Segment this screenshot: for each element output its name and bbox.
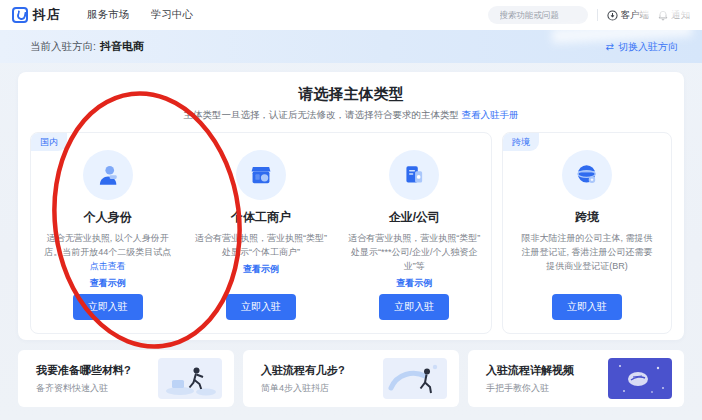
entity-card-enterprise: 企业/公司 适合有营业执照，营业执照“类型”处显示“***公司/企业/个人独资企…: [338, 133, 491, 333]
entry-manual-link[interactable]: 查看入驻手册: [462, 109, 519, 120]
subtitle-text: 主体类型一旦选择，认证后无法修改，请选择符合要求的主体类型: [183, 109, 459, 120]
enter-now-button-individual[interactable]: 立即入驻: [226, 294, 296, 320]
video-illustration: [608, 358, 672, 399]
switch-direction-link[interactable]: ⇄ 切换入驻方向: [606, 40, 678, 54]
enter-now-button-personal[interactable]: 立即入驻: [73, 294, 143, 320]
entity-desc: 限非大陆注册的公司主体, 需提供注册登记证, 香港注册公司还需要提供商业登记证(…: [512, 232, 662, 274]
individual-business-icon-circle: [236, 150, 286, 200]
help-card-text: 入驻流程详解视频 手把手教你入驻: [486, 363, 574, 395]
personal-icon-circle: [83, 150, 133, 200]
entity-type-panel: 请选择主体类型 主体类型一旦选择，认证后无法修改，请选择符合要求的主体类型 查看…: [18, 72, 684, 340]
entity-desc-text: 适合无营业执照, 以个人身份开店。当前开放44个二级类目试点: [44, 233, 171, 257]
help-card-subtitle: 手把手教你入驻: [486, 382, 574, 395]
enter-now-button-enterprise[interactable]: 立即入驻: [379, 294, 449, 320]
switch-direction-label: 切换入驻方向: [618, 40, 678, 54]
help-card-title: 我要准备哪些材料?: [36, 363, 131, 378]
help-card-text: 我要准备哪些材料? 备齐资料快速入驻: [36, 363, 131, 395]
entity-desc: 适合有营业执照，营业执照“类型”处显示“***公司/企业/个人独资企业”等: [347, 232, 482, 274]
header-divider: [597, 9, 598, 21]
entity-desc: 适合有营业执照，营业执照“类型”处显示“个体工商户”: [193, 232, 328, 260]
click-to-view-link[interactable]: 点击查看: [90, 261, 126, 271]
enterprise-icon-circle: [389, 150, 439, 200]
top-header: 抖店 服务市场 学习中心 客户端 通知: [0, 0, 702, 30]
download-icon: [607, 10, 618, 21]
crossborder-tag: 跨境: [503, 133, 539, 151]
entity-card-individual-business: 个体工商户 适合有营业执照，营业执照“类型”处显示“个体工商户” 查看示例 立即…: [184, 133, 337, 333]
page-title: 请选择主体类型: [18, 85, 684, 104]
globe-icon: [574, 162, 600, 188]
crossborder-section: 跨境 跨境 限非大陆注册的公司主体, 需提供注册登记证, 香港注册公司还需要提供…: [502, 132, 672, 334]
search-input[interactable]: [500, 10, 580, 20]
entity-title: 企业/公司: [389, 209, 440, 226]
direction-value: 抖音电商: [100, 39, 144, 54]
page-subtitle: 主体类型一旦选择，认证后无法修改，请选择符合要求的主体类型 查看入驻手册: [18, 109, 684, 122]
direction-label: 当前入驻方向:: [30, 40, 96, 54]
domestic-section: 国内 个人身份 适合无营业执照, 以个人身份开店。当前开放44个二级类目试点 点…: [30, 132, 492, 334]
enter-now-button-crossborder[interactable]: 立即入驻: [552, 294, 622, 320]
help-card-materials[interactable]: 我要准备哪些材料? 备齐资料快速入驻: [18, 350, 234, 407]
app-logo[interactable]: 抖店: [12, 6, 61, 24]
search-box[interactable]: [488, 6, 588, 24]
help-card-title: 入驻流程有几步?: [261, 363, 345, 378]
entity-card-crossborder: 跨境 限非大陆注册的公司主体, 需提供注册登记证, 香港注册公司还需要提供商业登…: [503, 133, 671, 333]
notification-label: 通知: [671, 9, 690, 22]
view-example-link-individual[interactable]: 查看示例: [243, 263, 279, 276]
header-right: 客户端 通知: [488, 6, 691, 24]
bell-icon: [658, 10, 668, 21]
store-icon: [248, 162, 274, 188]
logo-text: 抖店: [33, 6, 61, 24]
entity-title: 个体工商户: [231, 209, 291, 226]
swap-icon: ⇄: [606, 41, 614, 52]
domestic-tag: 国内: [31, 133, 67, 151]
materials-illustration: [158, 358, 222, 399]
notifications[interactable]: 通知: [658, 9, 690, 22]
entity-sections: 国内 个人身份 适合无营业执照, 以个人身份开店。当前开放44个二级类目试点 点…: [18, 122, 684, 334]
client-download[interactable]: 客户端: [607, 9, 650, 22]
direction-banner: 当前入驻方向: 抖音电商 ⇄ 切换入驻方向: [0, 30, 702, 63]
header-nav: 服务市场 学习中心: [87, 8, 193, 22]
client-label: 客户端: [621, 9, 650, 22]
help-card-title: 入驻流程详解视频: [486, 363, 574, 378]
entity-title: 个人身份: [84, 209, 132, 226]
view-example-link-enterprise[interactable]: 查看示例: [396, 277, 432, 290]
douyin-shop-logo-icon: [12, 7, 28, 23]
help-card-steps[interactable]: 入驻流程有几步? 简单4步入驻抖店: [243, 350, 459, 407]
view-example-link-personal[interactable]: 查看示例: [90, 277, 126, 290]
footer-help-row: 我要准备哪些材料? 备齐资料快速入驻 入驻流程有几步? 简单4步入驻抖店 入驻流…: [18, 350, 684, 407]
help-card-text: 入驻流程有几步? 简单4步入驻抖店: [261, 363, 345, 395]
help-card-subtitle: 简单4步入驻抖店: [261, 382, 345, 395]
crossborder-icon-circle: [562, 150, 612, 200]
nav-item-service-market[interactable]: 服务市场: [87, 8, 129, 22]
company-icon: [401, 162, 427, 188]
person-icon: [95, 162, 121, 188]
entity-card-personal: 个人身份 适合无营业执照, 以个人身份开店。当前开放44个二级类目试点 点击查看…: [31, 133, 184, 333]
help-card-video[interactable]: 入驻流程详解视频 手把手教你入驻: [468, 350, 684, 407]
help-card-subtitle: 备齐资料快速入驻: [36, 382, 131, 395]
steps-illustration: [383, 358, 447, 399]
entity-title: 跨境: [575, 209, 599, 226]
nav-item-learning-center[interactable]: 学习中心: [151, 8, 193, 22]
entity-desc: 适合无营业执照, 以个人身份开店。当前开放44个二级类目试点 点击查看: [40, 232, 175, 274]
